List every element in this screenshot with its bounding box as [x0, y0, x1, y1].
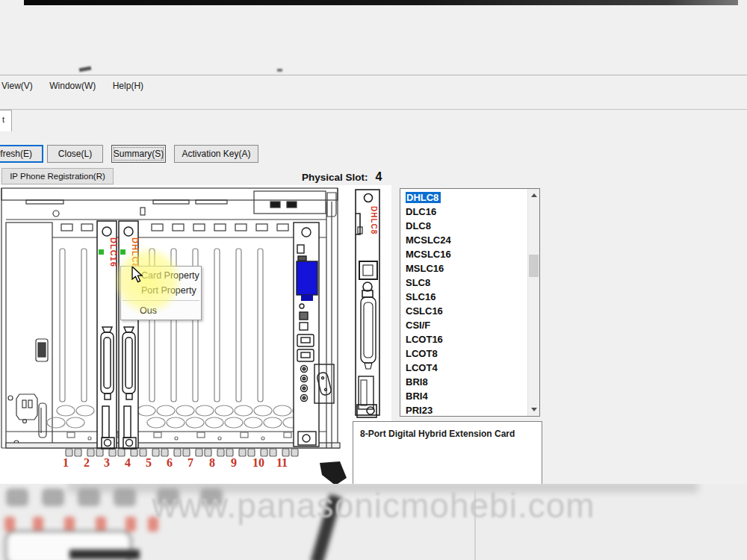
card-type-list[interactable]: DHLC8 DLC16 DLC8 MCSLC24 MCSLC16 MSLC16 …: [400, 188, 540, 417]
slot-number: 5: [146, 456, 152, 469]
slot-number: 10: [252, 456, 264, 469]
list-item[interactable]: SLC16: [400, 290, 528, 304]
scroll-down-icon[interactable]: [528, 403, 539, 416]
slot-number: 7: [187, 456, 193, 469]
card-label-dhlc8: DHLC8: [131, 237, 140, 269]
slot-number: 9: [231, 456, 237, 469]
menu-window[interactable]: Window(W): [43, 78, 102, 91]
refresh-button[interactable]: Refresh(E): [0, 145, 43, 163]
slot-number: 6: [167, 456, 173, 469]
list-item[interactable]: DLC16: [400, 205, 528, 219]
slot-number: 8: [209, 456, 215, 469]
close-button[interactable]: Close(L): [47, 145, 103, 163]
corner-foot: [320, 461, 347, 485]
screen-artifact: [79, 66, 92, 72]
physical-slot-value: 4: [376, 170, 382, 183]
list-item[interactable]: PRI23: [400, 403, 528, 416]
list-item[interactable]: BRI8: [400, 375, 528, 389]
cpu-card[interactable]: [294, 223, 334, 447]
list-item[interactable]: CSLC16: [400, 304, 528, 318]
card-description-text: 8-Port Digital Hybrid Extension Card: [360, 429, 515, 439]
slot-number: 1: [63, 456, 69, 469]
menu-help[interactable]: Help(H): [106, 78, 150, 91]
status-led-green: [99, 249, 104, 255]
slot-number: 11: [276, 456, 288, 469]
menubar-divider: [0, 75, 747, 75]
blurred-chassis-remnant: [0, 484, 359, 560]
list-item[interactable]: DLC8: [400, 219, 528, 233]
status-led-green: [120, 249, 125, 255]
ip-phone-registration-button[interactable]: IP Phone Registration(R): [1, 168, 114, 184]
slot-number: 3: [104, 456, 110, 469]
physical-slot-label: Physical Slot:: [302, 172, 368, 183]
summary-button[interactable]: Summary(S): [111, 145, 166, 163]
context-menu[interactable]: Card Property Port Property Ous: [120, 266, 202, 320]
tab-slot[interactable]: t: [0, 110, 12, 131]
list-item[interactable]: MSLC16: [400, 261, 528, 276]
list-scrollbar[interactable]: [527, 189, 539, 416]
list-item[interactable]: SLC8: [400, 276, 528, 290]
blur-vertical-line: [474, 484, 476, 560]
menu-bar: View(V) Window(W) Help(H): [0, 78, 747, 96]
scrollbar-thumb[interactable]: [529, 255, 539, 277]
physical-slot-indicator: Physical Slot:4: [302, 170, 451, 187]
scroll-up-icon[interactable]: [528, 189, 539, 202]
list-item[interactable]: LCOT16: [400, 332, 528, 346]
blue-component: [297, 261, 317, 295]
preview-card-dhlc8[interactable]: DHLC8: [348, 185, 388, 424]
slot-number: 4: [125, 456, 131, 469]
list-item[interactable]: LCOT8: [400, 346, 528, 361]
chassis-feet: [66, 449, 298, 456]
screen-artifact: [277, 69, 282, 72]
card-label-dlc16: DLC16: [109, 237, 118, 267]
power-supply-unit: [6, 223, 52, 447]
context-menu-card-property[interactable]: Card Property: [121, 268, 201, 283]
bottom-blur-band: [0, 484, 747, 560]
knockout-ovals: [47, 405, 311, 428]
list-item[interactable]: LCOT4: [400, 361, 528, 375]
list-item[interactable]: MCSLC16: [400, 247, 528, 261]
menu-view[interactable]: View(V): [0, 78, 40, 91]
slot-number: 2: [84, 456, 90, 469]
tab-strip-divider: [0, 109, 747, 110]
context-menu-separator: [123, 300, 199, 301]
list-item[interactable]: BRI4: [400, 389, 528, 403]
card-description-box: 8-Port Digital Hybrid Extension Card: [353, 421, 542, 485]
chassis-drawing[interactable]: DLC16 DHLC8 1 2 3 4 5 6 7 8 9 10 11: [0, 185, 351, 485]
list-item[interactable]: MCSLC24: [400, 233, 528, 247]
top-black-bar: [24, 0, 738, 5]
context-menu-ous[interactable]: Ous: [121, 303, 201, 318]
preview-card-label: DHLC8: [370, 206, 378, 234]
activation-key-button[interactable]: Activation Key(A): [174, 145, 258, 163]
context-menu-port-property[interactable]: Port Property: [121, 283, 201, 298]
list-item-selected[interactable]: DHLC8: [400, 190, 528, 205]
list-item[interactable]: CSI/F: [400, 318, 528, 332]
